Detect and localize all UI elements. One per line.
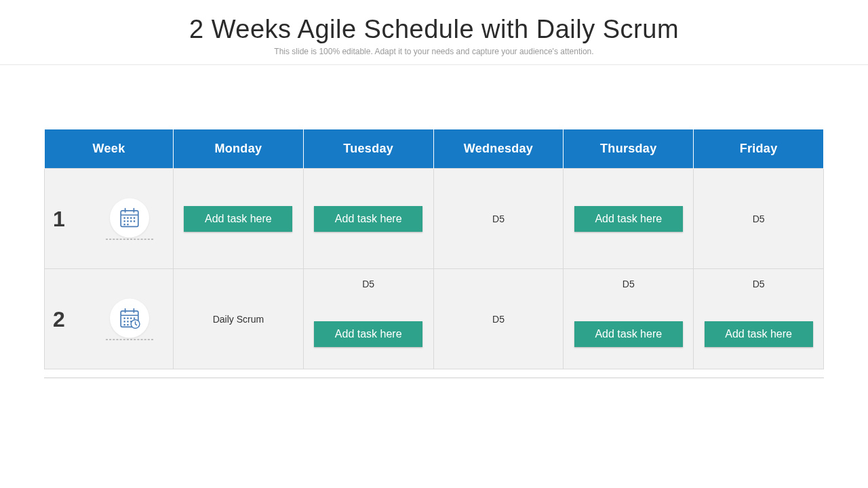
header-thursday: Thursday: [564, 129, 694, 169]
week-number: 1: [53, 206, 65, 231]
svg-rect-19: [127, 317, 128, 319]
slide-title: 2 Weeks Agile Schedule with Daily Scrum: [0, 0, 868, 44]
calendar-clock-icon: [110, 298, 149, 338]
day-cell-wednesday: D5: [433, 169, 564, 269]
cell-label: D5: [304, 279, 433, 289]
cell-label: D5: [753, 214, 765, 224]
header-wednesday: Wednesday: [433, 129, 564, 169]
svg-rect-10: [130, 220, 132, 222]
icon-underline: [106, 339, 153, 340]
day-cell-thursday: D5Add task here: [564, 269, 694, 369]
cell-label: Daily Scrum: [213, 314, 264, 325]
table-row: 1Add task hereAdd task hereD5Add task he…: [45, 169, 824, 269]
svg-rect-18: [123, 317, 125, 319]
cell-label: D5: [492, 214, 505, 224]
add-task-button[interactable]: Add task here: [574, 206, 683, 232]
svg-rect-8: [123, 220, 125, 222]
svg-rect-4: [123, 217, 125, 218]
svg-rect-27: [127, 324, 128, 325]
svg-rect-26: [123, 324, 125, 325]
calendar-icon-wrap: [106, 298, 153, 340]
svg-rect-12: [123, 224, 125, 225]
svg-rect-6: [130, 217, 132, 218]
header-friday: Friday: [694, 129, 824, 169]
add-task-button[interactable]: Add task here: [574, 321, 683, 347]
week-number: 2: [53, 306, 65, 331]
svg-rect-0: [121, 210, 138, 226]
cell-label: D5: [564, 279, 693, 289]
slide-subtitle: This slide is 100% editable. Adapt it to…: [0, 47, 868, 64]
schedule-table: Week Monday Tuesday Wednesday Thursday F…: [44, 129, 824, 369]
svg-rect-9: [127, 220, 128, 222]
day-cell-thursday: Add task here: [564, 169, 694, 269]
svg-rect-21: [134, 317, 135, 319]
svg-rect-13: [127, 224, 128, 225]
header-monday: Monday: [174, 129, 304, 169]
week-cell: 2: [45, 269, 174, 369]
header-week: Week: [45, 129, 174, 169]
day-cell-monday: Daily Scrum: [174, 269, 304, 369]
day-cell-tuesday: Add task here: [303, 169, 433, 269]
day-cell-monday: Add task here: [174, 169, 304, 269]
table-bottom-rule: [44, 378, 824, 378]
week-cell: 1: [45, 169, 174, 269]
header-tuesday: Tuesday: [303, 129, 433, 169]
calendar-icon-wrap: [106, 198, 153, 239]
calendar-icon: [110, 198, 149, 237]
day-cell-wednesday: D5: [433, 269, 564, 369]
day-cell-tuesday: D5Add task here: [303, 269, 433, 369]
svg-rect-11: [134, 220, 135, 222]
svg-rect-5: [127, 217, 128, 218]
svg-rect-7: [134, 217, 135, 218]
add-task-button[interactable]: Add task here: [314, 321, 422, 347]
day-cell-friday: D5: [694, 169, 824, 269]
add-task-button[interactable]: Add task here: [314, 206, 422, 232]
svg-rect-23: [127, 321, 128, 322]
icon-underline: [106, 239, 153, 239]
day-cell-friday: D5Add task here: [694, 269, 824, 369]
add-task-button[interactable]: Add task here: [184, 206, 292, 232]
table-row: 2Daily ScrumD5Add task hereD5D5Add task …: [45, 269, 824, 369]
svg-rect-20: [130, 317, 132, 319]
cell-label: D5: [694, 279, 823, 289]
schedule-body: 1Add task hereAdd task hereD5Add task he…: [45, 169, 824, 369]
add-task-button[interactable]: Add task here: [705, 321, 813, 347]
cell-label: D5: [492, 314, 505, 325]
svg-rect-22: [123, 321, 125, 322]
